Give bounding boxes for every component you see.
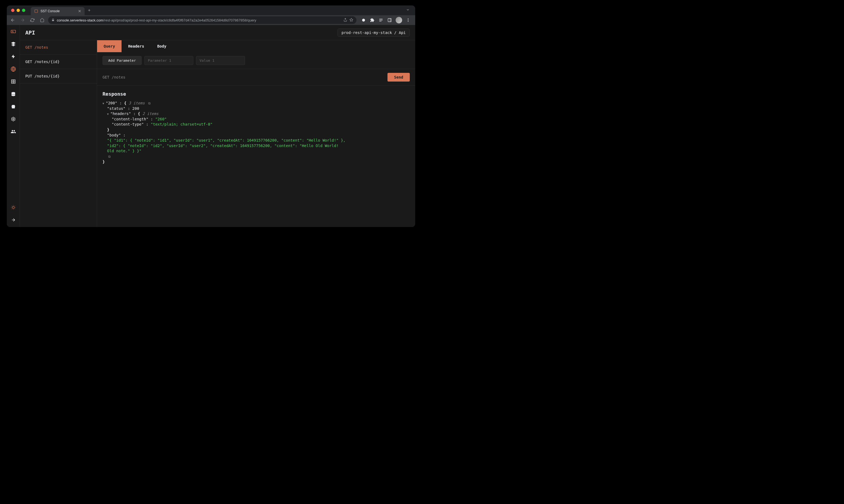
url-input[interactable]: console.serverless-stack.com/rest-api/pr… — [48, 16, 357, 24]
left-rail — [7, 25, 20, 227]
svg-point-5 — [408, 18, 409, 19]
response-section: Response ▼"200" : { 3 items ⧉ "status" :… — [97, 86, 415, 227]
sst-favicon-icon — [34, 9, 38, 13]
forward-button[interactable] — [19, 16, 26, 24]
param-name-input[interactable] — [144, 56, 193, 65]
param-value-input[interactable] — [196, 56, 245, 65]
logo-icon[interactable] — [10, 28, 17, 35]
route-item[interactable]: GET /notes — [20, 40, 97, 55]
svg-line-19 — [14, 209, 15, 209]
cognito-icon[interactable] — [10, 128, 17, 135]
response-title: Response — [103, 91, 410, 97]
sidepanel-icon[interactable] — [387, 17, 392, 23]
extensions-icon[interactable] — [370, 17, 375, 23]
profile-avatar[interactable] — [396, 17, 402, 23]
back-button[interactable] — [9, 16, 17, 24]
api-icon[interactable] — [10, 66, 17, 72]
tab-headers[interactable]: Headers — [122, 40, 151, 52]
json-viewer: ▼"200" : { 3 items ⧉ "status" : 200 ▼"he… — [103, 101, 410, 164]
home-button[interactable] — [38, 16, 46, 24]
stacks-icon[interactable] — [10, 41, 17, 47]
tab-body[interactable]: Body — [151, 40, 173, 52]
svg-line-23 — [14, 206, 15, 206]
page-title: API — [25, 29, 35, 36]
request-row: GET /notes Send — [97, 69, 415, 86]
copy-icon[interactable]: ⧉ — [108, 155, 111, 159]
tab-title: SST Console — [40, 9, 59, 13]
svg-point-7 — [408, 21, 409, 22]
route-item[interactable]: PUT /notes/{id} — [20, 69, 97, 84]
header-row: API prod-rest-api-my-stack / Api — [20, 25, 415, 40]
main-area: API prod-rest-api-my-stack / Api GET /no… — [20, 25, 415, 227]
tabs-row: Query Headers Body — [97, 40, 415, 52]
caret-down-icon[interactable]: ▼ — [103, 102, 106, 106]
bookmark-icon[interactable] — [349, 18, 353, 22]
share-icon[interactable] — [343, 18, 347, 22]
browser-right-icons — [359, 17, 413, 23]
media-icon[interactable] — [378, 17, 384, 23]
incognito-icon[interactable] — [361, 17, 366, 23]
maximize-window-button[interactable] — [22, 9, 25, 12]
browser-tab-bar: SST Console ✕ + — [7, 5, 415, 15]
content-row: GET /notes GET /notes/{id} PUT /notes/{i… — [20, 40, 415, 227]
params-row: Add Parameter — [97, 52, 415, 69]
lock-icon — [51, 18, 55, 22]
breadcrumb[interactable]: prod-rest-api-my-stack / Api — [338, 29, 410, 37]
collapse-icon[interactable] — [10, 217, 17, 223]
tab-overflow-icon[interactable] — [406, 8, 413, 13]
svg-line-22 — [12, 209, 12, 209]
address-bar: console.serverless-stack.com/rest-api/pr… — [7, 15, 415, 25]
detail-panel: Query Headers Body Add Parameter GET /no… — [97, 40, 415, 227]
route-item[interactable]: GET /notes/{id} — [20, 55, 97, 69]
svg-point-2 — [362, 19, 365, 22]
app-content: API prod-rest-api-my-stack / Api GET /no… — [7, 25, 415, 227]
theme-icon[interactable] — [10, 204, 17, 211]
copy-icon[interactable]: ⧉ — [148, 102, 151, 105]
svg-rect-3 — [388, 18, 391, 22]
route-list: GET /notes GET /notes/{id} PUT /notes/{i… — [20, 40, 97, 227]
tables-icon[interactable] — [10, 78, 17, 85]
request-line: GET /notes — [103, 75, 125, 79]
svg-rect-1 — [52, 20, 54, 21]
browser-tab[interactable]: SST Console ✕ — [31, 7, 85, 15]
buckets-icon[interactable] — [10, 103, 17, 110]
svg-point-15 — [12, 206, 14, 209]
send-button[interactable]: Send — [388, 73, 410, 82]
database-icon[interactable] — [10, 91, 17, 97]
svg-rect-0 — [35, 10, 38, 13]
browser-window: SST Console ✕ + console.serverless-stack… — [7, 5, 415, 227]
menu-icon[interactable] — [406, 17, 411, 23]
functions-icon[interactable] — [10, 53, 17, 60]
reload-button[interactable] — [29, 16, 36, 24]
svg-rect-8 — [11, 30, 16, 33]
caret-down-icon[interactable]: ▼ — [107, 112, 110, 116]
svg-point-6 — [408, 20, 409, 21]
add-parameter-button[interactable]: Add Parameter — [103, 56, 142, 65]
minimize-window-button[interactable] — [17, 9, 20, 12]
tab-query[interactable]: Query — [97, 40, 122, 52]
new-tab-button[interactable]: + — [88, 8, 90, 13]
close-tab-icon[interactable]: ✕ — [78, 9, 81, 13]
graphql-icon[interactable] — [10, 116, 17, 122]
close-window-button[interactable] — [11, 9, 14, 12]
url-text: console.serverless-stack.com/rest-api/pr… — [57, 18, 341, 22]
window-controls — [9, 9, 31, 12]
svg-line-18 — [12, 206, 12, 206]
